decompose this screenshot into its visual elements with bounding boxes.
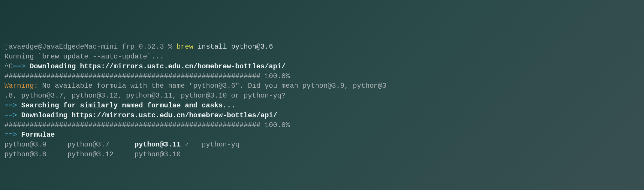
formula-r2c2: python@3.12 [67, 151, 113, 159]
downloading-2: Downloading https://mirrors.ustc.edu.cn/… [17, 112, 277, 119]
formula-r1c2: python@3.7 [67, 141, 109, 149]
formulae-header: Formulae [17, 131, 55, 139]
prompt-sep: % [168, 43, 172, 51]
prompt-space [118, 43, 122, 51]
formula-r2c1: python@3.8 [4, 151, 46, 159]
formula-r1c1: python@3.9 [4, 141, 46, 149]
prompt-user-host: javaedge@JavaEdgedeMac-mini [4, 43, 118, 51]
running-line: Running `brew update --auto-update`... [4, 53, 164, 61]
warning-text-1: No available formula with the name "pyth… [38, 82, 387, 90]
arrow-3: ==> [4, 112, 17, 119]
prompt-dir: frp_0.52.3 [122, 43, 164, 51]
check-icon: ✓ [181, 141, 189, 149]
terminal-output: javaedge@JavaEdgedeMac-mini frp_0.52.3 %… [4, 42, 640, 160]
arrow-1: ==> [13, 63, 25, 71]
arrow-2: ==> [4, 102, 17, 110]
searching-line: Searching for similarly named formulae a… [17, 102, 236, 110]
formula-r1c4: python-yq [202, 141, 240, 149]
formula-r2c3: python@3.10 [134, 151, 181, 159]
cmd-rest: install python@3.6 [193, 43, 273, 51]
prompt-space3 [172, 43, 176, 51]
warning-text-2: .8, python@3.7, python@3.12, python@3.11… [4, 92, 286, 100]
cmd-brew: brew [176, 43, 193, 51]
prompt-space2 [164, 43, 168, 51]
arrow-4: ==> [4, 131, 17, 139]
formula-r1c3: python@3.11 [134, 141, 181, 149]
ctrl-c: ^C [4, 63, 13, 71]
warning-label: Warning: [4, 82, 38, 90]
progress-1: ########################################… [4, 72, 290, 80]
downloading-1: Downloading https://mirrors.ustc.edu.cn/… [25, 63, 286, 71]
progress-2: ########################################… [4, 121, 290, 129]
